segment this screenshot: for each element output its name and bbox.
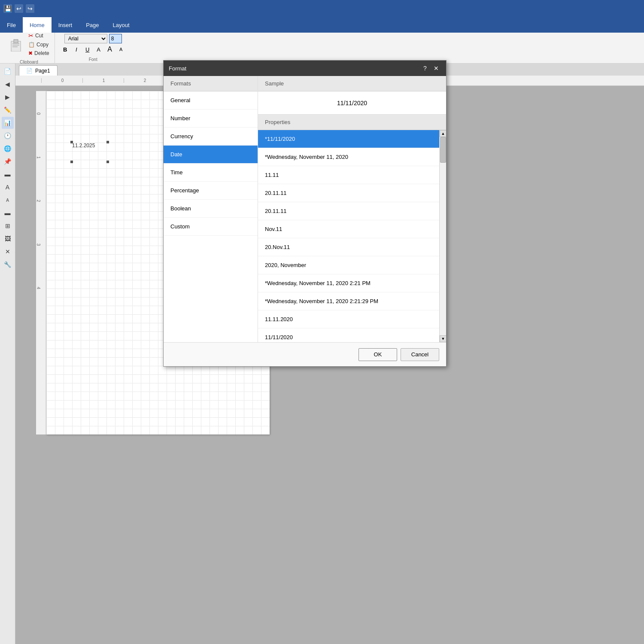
prop-item-11[interactable]: 11/11/2020 (258, 328, 439, 342)
copy-button[interactable]: 📋 Copy (27, 41, 51, 49)
right-panel: Sample 11/11/2020 Properties *11/11/2020… (258, 76, 446, 342)
prop-item-1[interactable]: *Wednesday, November 11, 2020 (258, 148, 439, 166)
properties-section: Properties *11/11/2020 *Wednesday, Novem… (258, 115, 446, 342)
sidebar-icon-text-a[interactable]: A (2, 181, 14, 193)
page-ruler-left: 0 1 2 3 4 (36, 91, 46, 434)
formats-header: Formats (164, 76, 258, 91)
properties-list: *11/11/2020 *Wednesday, November 11, 202… (258, 130, 439, 342)
format-list: General Number Currency Date Time Percen… (164, 91, 258, 342)
dialog-title-bar: Format ? ✕ (164, 61, 446, 76)
format-item-date[interactable]: Date (164, 146, 258, 164)
sidebar-icon-grid[interactable]: ⊞ (2, 220, 14, 232)
dialog-body: Formats General Number Currency Date Tim… (164, 76, 446, 342)
selection-handle-bl (70, 161, 73, 163)
prop-item-2[interactable]: 11.11 (258, 166, 439, 184)
format-dialog[interactable]: Format ? ✕ Formats General Number Curren… (163, 60, 447, 367)
redo-button[interactable]: ↪ (26, 4, 34, 13)
ruler-mark-2: 2 (124, 78, 165, 83)
sidebar-icon-pin[interactable]: 📌 (2, 155, 14, 167)
format-item-percentage[interactable]: Percentage (164, 182, 258, 200)
format-item-time[interactable]: Time (164, 164, 258, 182)
scrollbar-thumb[interactable] (440, 137, 446, 163)
sidebar-icon-line[interactable]: ▬ (2, 168, 14, 180)
sample-section: Sample 11/11/2020 (258, 76, 446, 115)
sidebar-icon-clock[interactable]: 🕐 (2, 130, 14, 142)
bold-button[interactable]: B (60, 44, 70, 55)
sidebar-icon-globe[interactable]: 🌐 (2, 143, 14, 155)
underline-button[interactable]: U (82, 44, 93, 55)
selection-handle-tl (70, 141, 73, 143)
sample-header: Sample (258, 76, 446, 91)
ok-button[interactable]: OK (358, 348, 397, 361)
formats-panel: Formats General Number Currency Date Tim… (164, 76, 258, 342)
svg-rect-1 (14, 39, 18, 43)
italic-button[interactable]: I (71, 44, 82, 55)
cell-value: 11.2.2025 (72, 143, 95, 149)
dialog-close-button[interactable]: ✕ (431, 64, 441, 73)
sidebar-icon-prev[interactable]: ◀ (2, 78, 14, 90)
scrollbar-arrow-up[interactable]: ▲ (440, 130, 446, 137)
ruler-mark-1: 1 (82, 78, 124, 83)
dialog-footer: OK Cancel (164, 342, 446, 366)
prop-item-3[interactable]: 20.11.11 (258, 184, 439, 202)
sidebar-icon-edit[interactable]: ✏️ (2, 104, 14, 116)
sidebar-icon-chart[interactable]: 📊 (2, 117, 14, 129)
scrollbar-arrow-down[interactable]: ▼ (440, 335, 446, 342)
paste-button[interactable] (7, 35, 25, 53)
font-label: Font (89, 57, 97, 62)
prop-item-4[interactable]: 20.11.11 (258, 202, 439, 220)
properties-header: Properties (258, 115, 446, 130)
sidebar-icon-settings[interactable]: 🔧 (2, 258, 14, 270)
dialog-title-controls: ? ✕ (420, 64, 441, 73)
sidebar-icon-page[interactable]: 📄 (2, 65, 14, 77)
prop-item-0[interactable]: *11/11/2020 (258, 130, 439, 148)
dialog-help-button[interactable]: ? (420, 64, 430, 73)
selection-handle-tr (106, 141, 109, 143)
format-item-general[interactable]: General (164, 91, 258, 109)
svg-rect-2 (12, 43, 19, 44)
sample-value: 11/11/2020 (258, 91, 446, 114)
selection-handle-br (106, 161, 109, 163)
font-size-input[interactable] (109, 34, 122, 43)
cancel-button[interactable]: Cancel (401, 348, 439, 361)
sidebar-icon-close[interactable]: ✕ (2, 246, 14, 258)
format-item-currency[interactable]: Currency (164, 128, 258, 146)
format-item-boolean[interactable]: Boolean (164, 200, 258, 218)
toolbar: ✂ Cut 📋 Copy ✖ Delete Clipboard Arial (0, 33, 644, 64)
dialog-title: Format (169, 65, 186, 72)
menu-page[interactable]: Page (79, 17, 106, 33)
sidebar-icon-next[interactable]: ▶ (2, 91, 14, 103)
format-item-number[interactable]: Number (164, 109, 258, 128)
menu-bar: File Home Insert Page Layout (0, 17, 644, 33)
grow-font-button[interactable]: A (105, 44, 115, 55)
font-family-select[interactable]: Arial (64, 34, 107, 43)
sidebar-icon-image[interactable]: 🖼 (2, 233, 14, 245)
delete-button[interactable]: ✖ Delete (27, 49, 51, 57)
menu-layout[interactable]: Layout (106, 17, 137, 33)
scrollbar-track[interactable]: ▲ ▼ (439, 130, 446, 342)
svg-rect-3 (12, 45, 19, 46)
font-color-button[interactable]: A (94, 44, 104, 55)
cut-button[interactable]: ✂ Cut (27, 31, 51, 40)
menu-insert[interactable]: Insert (52, 17, 79, 33)
ruler-mark-0: 0 (41, 78, 82, 83)
svg-rect-4 (12, 46, 18, 47)
undo-button[interactable]: ↩ (15, 4, 23, 13)
sidebar-icon-text-a2[interactable]: A (2, 194, 14, 206)
save-button[interactable]: 💾 (3, 4, 12, 13)
sidebar-icons: 📄 ◀ ▶ ✏️ 📊 🕐 🌐 📌 ▬ A A ▬ ⊞ 🖼 ✕ 🔧 (0, 64, 15, 644)
menu-home[interactable]: Home (23, 17, 52, 33)
prop-item-7[interactable]: 2020, November (258, 256, 439, 274)
sidebar-icon-line2[interactable]: ▬ (2, 207, 14, 219)
prop-item-8[interactable]: *Wednesday, November 11, 2020 2:21 PM (258, 274, 439, 292)
menu-file[interactable]: File (0, 17, 23, 33)
prop-item-10[interactable]: 11.11.2020 (258, 310, 439, 328)
tab-page1[interactable]: 📄 Page1 (19, 65, 58, 76)
shrink-font-button[interactable]: A (116, 44, 126, 55)
prop-item-5[interactable]: Nov.11 (258, 220, 439, 238)
clipboard-group: ✂ Cut 📋 Copy ✖ Delete Clipboard (3, 33, 55, 63)
prop-item-6[interactable]: 20.Nov.11 (258, 238, 439, 256)
format-item-custom[interactable]: Custom (164, 218, 258, 236)
prop-item-9[interactable]: *Wednesday, November 11, 2020 2:21:29 PM (258, 292, 439, 310)
title-bar: 💾 ↩ ↪ (0, 0, 644, 17)
